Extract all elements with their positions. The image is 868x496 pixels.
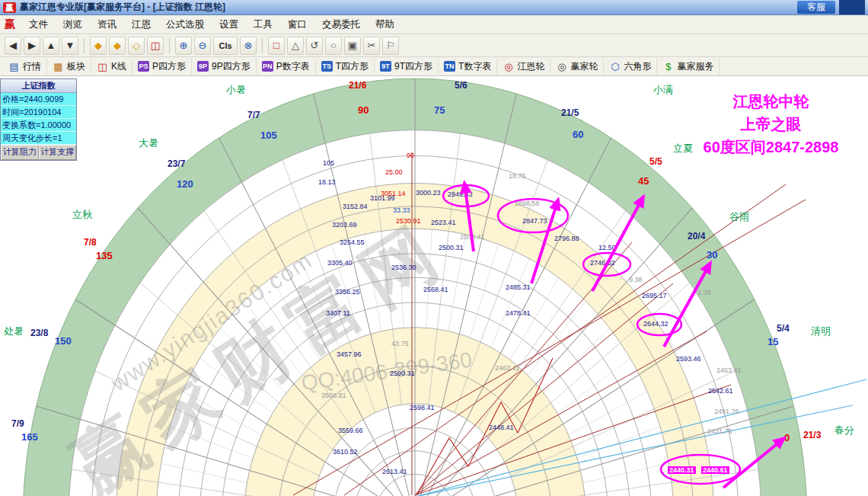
nav-right-button[interactable]: ▶	[24, 37, 40, 55]
menu-item-trade-order[interactable]: 交易委托	[315, 17, 367, 33]
annotation-line: 上帝之眼	[678, 113, 864, 136]
price-row: 价格=2440.9099	[1, 93, 76, 106]
customer-service-button[interactable]: 客服	[797, 1, 835, 14]
tool-t-number-table[interactable]: TNT数字表	[439, 59, 497, 75]
candlestick-button[interactable]: ◫	[147, 37, 164, 55]
chart-area: 赢家财富网 www.yingjia360.com QQ:4006-399-360…	[0, 76, 868, 496]
annotation-line: 60度区间2847-2898	[678, 136, 864, 158]
tool-label: 六角形	[624, 60, 651, 73]
nav-down-button[interactable]: ▼	[62, 37, 78, 55]
tool-9p-square[interactable]: 9P9P四方形	[192, 59, 257, 75]
p9-icon: 9P	[197, 61, 209, 72]
zoom-in-button[interactable]: ⊕	[175, 37, 192, 55]
diamond-outline-button[interactable]: ◇	[128, 37, 145, 55]
tool-label: T数字表	[458, 60, 491, 73]
grid-draw-tool[interactable]: ▣	[344, 37, 361, 55]
tool-label: 赢家服务	[677, 60, 713, 73]
menu-item-browse[interactable]: 浏览	[56, 17, 89, 33]
tool-p-number-table[interactable]: PNP数字表	[257, 59, 316, 75]
hexagon-icon: ⬡	[609, 61, 621, 72]
zoom-out-button[interactable]: ⊖	[194, 37, 211, 55]
annotation-text: 江恩轮中轮 上帝之眼 60度区间2847-2898	[678, 90, 864, 158]
tool-hexagon[interactable]: ⬡六角形	[604, 59, 657, 75]
tool-9t-square[interactable]: 9T9T四方形	[375, 59, 439, 75]
circle-draw-tool[interactable]: ○	[325, 37, 342, 55]
tool-winner-service[interactable]: $赢家服务	[657, 59, 720, 75]
index-info-panel: 上证指数 价格=2440.9099时间=20190104变换系数=1.00000…	[0, 78, 77, 161]
rect-draw-tool[interactable]: □	[268, 37, 285, 55]
nav-left-button[interactable]: ◀	[5, 37, 21, 55]
menu-item-gann[interactable]: 江恩	[125, 17, 158, 33]
tool-quotes[interactable]: ▤行情	[3, 59, 47, 75]
menu-item-formula-stock-pick[interactable]: 公式选股	[159, 17, 211, 33]
candlestick-icon: ◫	[97, 61, 108, 72]
zoom-off-button[interactable]: ⊗	[240, 37, 257, 55]
pn-icon: PN	[262, 61, 273, 72]
time-row: 时间=20190104	[1, 106, 76, 119]
tool-label: K线	[111, 60, 126, 73]
ts-icon: TS	[321, 61, 333, 72]
title-bar: 赢 赢家江恩专业版[赢家服务平台] - [上证指数 江恩轮] 客服	[0, 0, 868, 15]
toolbar-separator	[84, 38, 85, 53]
triangle-draw-tool[interactable]: △	[287, 37, 304, 55]
tool-label: 9P四方形	[212, 60, 251, 73]
calc-support-button[interactable]: 计算支撑	[39, 145, 77, 160]
menu-item-file[interactable]: 文件	[22, 17, 55, 33]
gann-wheel-icon: ◎	[503, 61, 514, 72]
ps-icon: PS	[138, 61, 149, 72]
diamond-solid-button[interactable]: ◆	[90, 37, 107, 55]
scissors-tool[interactable]: ✂	[363, 37, 380, 55]
window-title: 赢家江恩专业版[赢家服务平台] - [上证指数 江恩轮]	[20, 1, 225, 14]
annotation-line: 江恩轮中轮	[678, 90, 864, 113]
cls-button[interactable]: Cls	[213, 37, 238, 55]
rotate-tool[interactable]: ↺	[306, 37, 323, 55]
flag-tool[interactable]: ⚐	[382, 37, 399, 55]
winner-wheel-icon: ◎	[556, 61, 567, 72]
toolbar-separator	[262, 38, 263, 53]
menu-item-news[interactable]: 资讯	[91, 17, 123, 33]
titlebar-corner	[839, 0, 865, 14]
diamond-solid2-button[interactable]: ◆	[109, 37, 126, 55]
tool-label: P数字表	[276, 60, 310, 73]
tool-label: 9T四方形	[394, 60, 432, 73]
tool-label: P四方形	[152, 60, 186, 73]
menu-bar: 赢 文件浏览资讯江恩公式选股设置工具窗口交易委托帮助	[0, 15, 868, 34]
toolbar-separator	[169, 38, 170, 53]
menu-item-tools[interactable]: 工具	[247, 17, 279, 33]
tool-label: 赢家轮	[570, 60, 598, 73]
menu-item-window[interactable]: 窗口	[281, 17, 314, 33]
tool-t-square[interactable]: TST四方形	[316, 59, 375, 75]
tools-toolbar: ▤行情▦板块◫K线PSP四方形9P9P四方形PNP数字表TST四方形9T9T四方…	[0, 57, 868, 76]
coefficient-row: 变换系数=1.00000	[1, 119, 76, 132]
tool-kline[interactable]: ◫K线	[91, 59, 132, 75]
calc-resistance-button[interactable]: 计算阻力	[1, 145, 39, 160]
main-toolbar: ◀▶▲▼◆◆◇◫⊕⊖Cls⊗□△↺○▣✂⚐	[0, 34, 868, 57]
app-logo-icon: 赢	[3, 2, 16, 13]
nav-up-button[interactable]: ▲	[43, 37, 59, 55]
tn-icon: TN	[444, 61, 455, 72]
tool-p-square[interactable]: PSP四方形	[132, 59, 192, 75]
t9-icon: 9T	[380, 61, 391, 72]
index-name-header: 上证指数	[1, 79, 76, 93]
dollar-icon: $	[662, 61, 674, 72]
tool-label: 江恩轮	[517, 60, 544, 73]
blocks-icon: ▦	[53, 61, 64, 72]
tool-label: T四方形	[336, 60, 369, 73]
panel-buttons: 计算阻力计算支撑	[1, 145, 76, 160]
tool-gann-wheel[interactable]: ◎江恩轮	[497, 59, 550, 75]
grid-icon: ▤	[8, 61, 20, 72]
tool-blocks[interactable]: ▦板块	[47, 59, 91, 75]
menu-logo-icon: 赢	[5, 18, 15, 31]
tool-winner-wheel[interactable]: ◎赢家轮	[550, 59, 604, 75]
step-row: 周天变化步长=1	[1, 132, 76, 145]
menu-item-settings[interactable]: 设置	[212, 17, 245, 33]
menu-item-help[interactable]: 帮助	[369, 17, 401, 33]
tool-label: 板块	[67, 60, 85, 73]
tool-label: 行情	[23, 60, 41, 73]
